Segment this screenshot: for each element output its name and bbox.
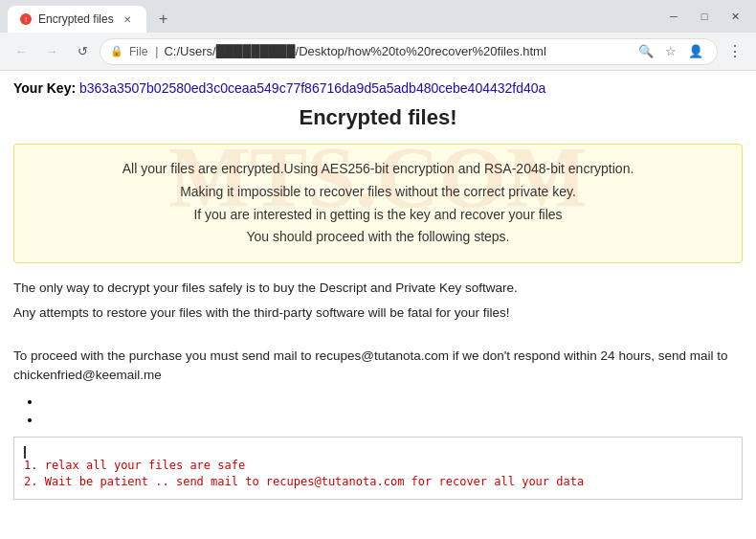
title-bar: ! Encrypted files ✕ + ─ □ ✕ [0, 0, 756, 33]
file-label: File [129, 45, 147, 58]
key-line: Your Key: b363a3507b02580ed3c0ceaa549c77… [13, 80, 743, 96]
url-actions: 🔍 ☆ 👤 [634, 40, 707, 63]
key-label: Your Key: [13, 80, 76, 96]
tab-favicon: ! [19, 12, 33, 26]
address-bar: ← → ↺ 🔒 File | C:/Users/█████████/Deskto… [0, 33, 756, 71]
code-line-1: 1. relax all your files are safe [24, 459, 732, 472]
page-content: MTS.COM Your Key: b363a3507b02580ed3c0ce… [0, 71, 756, 539]
url-file-icon: 🔒 [110, 45, 123, 57]
active-tab[interactable]: ! Encrypted files ✕ [8, 6, 146, 33]
code-line-2: 2. Wait be patient .. send mail to recup… [24, 475, 732, 488]
page-inner: MTS.COM Your Key: b363a3507b02580ed3c0ce… [0, 71, 756, 519]
url-bar[interactable]: 🔒 File | C:/Users/█████████/Desktop/how%… [100, 38, 718, 65]
back-button[interactable]: ← [8, 38, 34, 65]
bullet-item-1 [42, 394, 743, 409]
url-text: C:/Users/█████████/Desktop/how%20to%20re… [164, 44, 629, 58]
key-value: b363a3507b02580ed3c0ceaa549c77f86716da9d… [79, 80, 545, 96]
forward-button[interactable]: → [38, 38, 65, 65]
restore-button[interactable]: □ [691, 7, 718, 26]
close-button[interactable]: ✕ [722, 7, 748, 26]
warning-text: All your files are encrypted.Using AES25… [122, 161, 634, 244]
minimize-button[interactable]: ─ [660, 7, 687, 26]
main-title: Encrypted files! [13, 105, 743, 130]
user-account-icon[interactable]: 👤 [684, 40, 707, 63]
body-text-2: Any attempts to restore your files with … [13, 303, 743, 323]
code-box: 1. relax all your files are safe 2. Wait… [13, 437, 743, 500]
bullet-item-2 [42, 413, 743, 427]
window-controls: ─ □ ✕ [660, 7, 748, 26]
reload-button[interactable]: ↺ [69, 38, 96, 65]
bullet-list [42, 394, 743, 427]
new-tab-button[interactable]: + [150, 6, 177, 33]
body-text-3: To proceed with the purchase you must se… [13, 347, 743, 386]
body-text-1: The only way to decrypt your files safel… [13, 279, 743, 298]
warning-box: All your files are encrypted.Using AES25… [13, 144, 743, 263]
code-cursor [24, 446, 26, 459]
tab-area: ! Encrypted files ✕ + [8, 0, 177, 33]
browser-window: ! Encrypted files ✕ + ─ □ ✕ ← → ↺ 🔒 File… [0, 0, 756, 539]
tab-title: Encrypted files [38, 12, 114, 26]
tab-close-button[interactable]: ✕ [120, 11, 135, 27]
bookmark-star-icon[interactable]: ☆ [659, 40, 682, 63]
svg-text:!: ! [25, 15, 27, 24]
chrome-menu-button[interactable]: ⋮ [722, 38, 748, 65]
search-icon[interactable]: 🔍 [634, 40, 657, 63]
